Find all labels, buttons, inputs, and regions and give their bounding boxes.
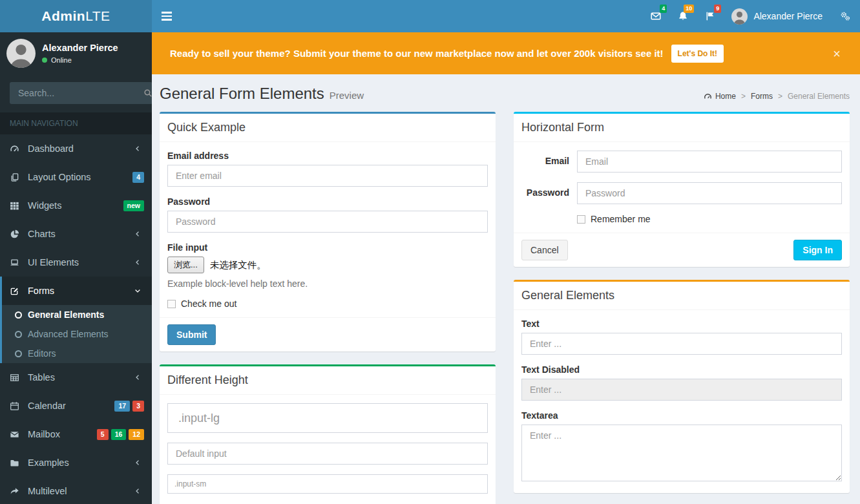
widgets-badge: new (123, 200, 144, 211)
input-default-field[interactable] (167, 443, 488, 465)
breadcrumb-separator: > (741, 92, 746, 101)
circle-o-icon (15, 331, 22, 338)
submit-button[interactable]: Submit (167, 324, 216, 345)
sidebar-item-widgets[interactable]: Widgets new (0, 191, 152, 220)
forms-submenu: General Elements Advanced Elements Edito… (0, 305, 152, 363)
user-status[interactable]: Online (42, 56, 118, 64)
banner-close-icon[interactable]: × (833, 47, 841, 60)
sidebar-item-ui-elements[interactable]: UI Elements (0, 248, 152, 277)
box-title: Different Height (167, 373, 248, 386)
sidebar-item-calendar[interactable]: Calendar 17 3 (0, 392, 152, 420)
checkbox-icon[interactable] (167, 300, 176, 308)
input-lg-field[interactable] (167, 403, 488, 433)
checkbox-icon[interactable] (577, 215, 585, 224)
sidebar-toggle-button[interactable] (152, 0, 182, 32)
circle-o-icon (15, 350, 22, 357)
different-height-box: Different Height (160, 364, 496, 504)
tasks-menu[interactable]: 9 (697, 0, 724, 32)
text-field[interactable] (521, 333, 842, 355)
general-elements-header: General Elements (514, 282, 850, 310)
hf-email-field[interactable] (577, 151, 842, 173)
calendar-icon (10, 401, 23, 411)
input-sm-field[interactable] (167, 474, 488, 494)
file-input: 浏览... 未选择文件。 (167, 257, 488, 273)
quick-example-header: Quick Example (160, 114, 496, 142)
sidebar-nav-header: MAIN NAVIGATION (0, 112, 152, 134)
browse-button[interactable]: 浏览... (167, 257, 204, 273)
quick-example-body: Email address Password File input 浏览... … (160, 142, 496, 317)
sidebar-user-name: Alexander Pierce (42, 43, 118, 53)
chevron-left-icon (134, 373, 143, 381)
left-column: Quick Example Email address Password Fil… (160, 112, 496, 504)
navbar-right-menu: 4 10 9 Alexander Pierce (642, 0, 860, 32)
cancel-button[interactable]: Cancel (521, 240, 568, 260)
search-button[interactable] (143, 82, 152, 104)
search-input[interactable] (10, 82, 143, 104)
chevron-left-icon (134, 487, 143, 495)
mailbox-badge-2: 16 (111, 429, 127, 440)
notifications-menu[interactable]: 10 (669, 0, 697, 32)
banner-cta-button[interactable]: Let's Do It! (671, 45, 724, 63)
messages-menu[interactable]: 4 (642, 0, 669, 32)
text-disabled-field (521, 379, 842, 401)
text-label: Text (521, 319, 842, 329)
box-title: Horizontal Form (521, 121, 604, 134)
box-title: General Elements (521, 289, 614, 302)
main-header: AdminLTE 4 10 9 (0, 0, 860, 32)
help-text: Example block-level help text here. (167, 278, 488, 289)
gears-icon (840, 11, 850, 21)
general-elements-body: Text Text Disabled Textarea (514, 310, 850, 493)
breadcrumb-separator: > (778, 92, 782, 101)
chevron-left-icon (134, 258, 143, 266)
textarea-label: Textarea (521, 410, 842, 421)
horizontal-form-header: Horizontal Form (514, 114, 850, 142)
calendar-badge-1: 17 (114, 401, 130, 412)
password-field[interactable] (167, 211, 488, 233)
chevron-left-icon (134, 459, 143, 467)
checkbox-label: Remember me (591, 214, 651, 224)
sidebar-item-examples[interactable]: Examples (0, 448, 152, 477)
submenu-item-editors[interactable]: Editors (2, 344, 152, 363)
mailbox-badge-3: 12 (129, 429, 144, 440)
sidebar-item-layout-options[interactable]: Layout Options 4 (0, 163, 152, 191)
password-label: Password (167, 196, 488, 207)
hf-email-label: Email (521, 151, 569, 173)
top-navbar: 4 10 9 Alexander Pierce (152, 0, 860, 32)
sidebar-user-panel: Alexander Pierce Online (0, 32, 152, 74)
sidebar-item-multilevel[interactable]: Multilevel (0, 477, 152, 504)
breadcrumb-forms[interactable]: Forms (751, 92, 773, 101)
breadcrumb: Home > Forms > General Elements (704, 92, 850, 103)
sidebar-search-form (10, 82, 142, 104)
control-sidebar-toggle[interactable] (830, 0, 860, 32)
banner-text: Ready to sell your theme? Submit your th… (170, 48, 664, 59)
chevron-left-icon (134, 230, 143, 238)
user-name: Alexander Pierce (753, 11, 823, 21)
sidebar-item-tables[interactable]: Tables (0, 363, 152, 392)
chevron-left-icon (134, 145, 143, 152)
remember-me-checkbox[interactable]: Remember me (577, 214, 842, 224)
chevron-down-icon (134, 287, 143, 295)
check-me-out-checkbox[interactable]: Check me out (167, 299, 488, 309)
right-column: Horizontal Form Email Password (514, 112, 850, 504)
submenu-item-general-elements[interactable]: General Elements (2, 305, 152, 324)
app-logo[interactable]: AdminLTE (0, 0, 152, 32)
textarea-field[interactable] (521, 425, 842, 481)
email-field[interactable] (167, 165, 488, 187)
sidebar-item-mailbox[interactable]: Mailbox 5 16 12 (0, 420, 152, 448)
breadcrumb-home[interactable]: Home (704, 92, 736, 101)
sidebar-item-dashboard[interactable]: Dashboard (0, 134, 152, 163)
mailbox-badge-1: 5 (97, 429, 109, 440)
breadcrumb-current: General Elements (788, 92, 850, 101)
submenu-item-advanced-elements[interactable]: Advanced Elements (2, 324, 152, 344)
content-header: General Form ElementsPreview Home > Form… (152, 74, 860, 107)
sidebar-item-charts[interactable]: Charts (0, 220, 152, 248)
hf-password-field[interactable] (577, 182, 842, 204)
calendar-badge-2: 3 (132, 401, 144, 412)
quick-example-footer: Submit (160, 317, 496, 352)
user-menu[interactable]: Alexander Pierce (724, 0, 830, 32)
sidebar-item-forms[interactable]: Forms (0, 277, 152, 305)
logo-bold: Admin (41, 8, 85, 23)
sign-in-button[interactable]: Sign In (793, 240, 842, 260)
box-title: Quick Example (167, 121, 246, 134)
email-label: Email address (167, 151, 488, 161)
